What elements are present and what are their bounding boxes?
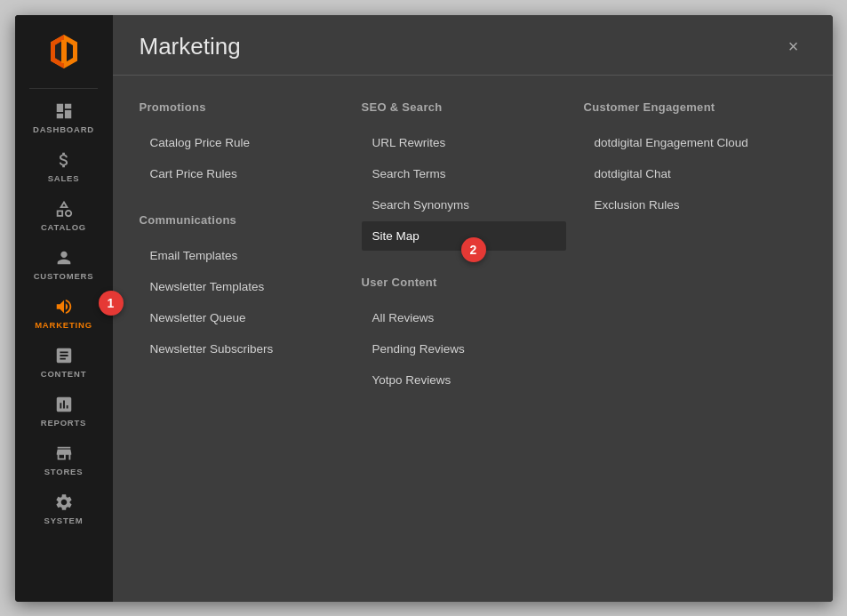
sidebar-item-stores-label: STORES (44, 467, 84, 476)
menu-columns: Promotions Catalog Price Rule Cart Price… (113, 76, 833, 602)
seo-search-title: SEO & Search (362, 100, 566, 114)
sidebar-item-customers[interactable]: CUSTOMERS (15, 239, 113, 288)
system-icon (54, 492, 74, 512)
annotation-2: 2 (461, 237, 486, 262)
menu-column-3: Customer Engagement dotdigital Engagemen… (584, 100, 806, 584)
sidebar-item-reports[interactable]: REPORTS (15, 386, 113, 435)
dotdigital-cloud-item[interactable]: dotdigital Engagement Cloud (584, 128, 788, 157)
user-content-title: User Content (362, 276, 566, 289)
dotdigital-chat-item[interactable]: dotdigital Chat (584, 159, 788, 188)
customer-engagement-title: Customer Engagement (584, 100, 788, 114)
catalog-icon (54, 199, 74, 219)
sidebar-divider-top (29, 88, 98, 89)
sidebar-item-catalog[interactable]: CATALOG (15, 190, 113, 239)
email-templates-item[interactable]: Email Templates (140, 241, 344, 270)
main-header: Marketing × (113, 15, 833, 76)
stores-icon (54, 444, 74, 463)
user-content-section: User Content All Reviews Pending Reviews… (362, 276, 566, 395)
communications-section: Communications Email Templates Newslette… (140, 213, 344, 364)
sidebar-item-dashboard[interactable]: DASHBOARD (15, 92, 113, 141)
menu-column-2: SEO & Search URL Rewrites Search Terms S… (362, 100, 584, 584)
sidebar-item-system[interactable]: SYSTEM (15, 484, 113, 532)
main-content: Marketing × Promotions Catalog Price Rul… (113, 15, 833, 602)
all-reviews-item[interactable]: All Reviews (362, 303, 566, 332)
dashboard-icon (54, 101, 74, 121)
marketing-icon (54, 297, 74, 316)
search-terms-item[interactable]: Search Terms (362, 159, 566, 188)
communications-title: Communications (140, 213, 344, 227)
magento-logo-icon (44, 31, 84, 72)
promotions-title: Promotions (140, 100, 344, 114)
newsletter-queue-item[interactable]: Newsletter Queue (140, 303, 344, 332)
sidebar-item-marketing[interactable]: MARKETING (15, 288, 113, 337)
sidebar-item-marketing-label: MARKETING (35, 320, 92, 330)
exclusion-rules-item[interactable]: Exclusion Rules (584, 190, 788, 220)
sidebar-item-content[interactable]: CONTENT (15, 337, 113, 386)
sales-icon (54, 150, 74, 170)
sidebar-item-dashboard-label: DASHBOARD (33, 124, 94, 134)
cart-price-rules-item[interactable]: Cart Price Rules (140, 159, 344, 188)
sidebar-item-sales[interactable]: SALES (15, 141, 113, 190)
content-icon (54, 346, 74, 365)
newsletter-subscribers-item[interactable]: Newsletter Subscribers (140, 334, 344, 364)
app-window: 1 2 DASHBOARD (15, 15, 833, 602)
promotions-section: Promotions Catalog Price Rule Cart Price… (140, 100, 344, 188)
logo (15, 15, 113, 88)
sidebar-item-catalog-label: CATALOG (41, 222, 86, 232)
sidebar-item-content-label: CONTENT (41, 369, 87, 379)
close-button[interactable]: × (781, 34, 806, 59)
newsletter-templates-item[interactable]: Newsletter Templates (140, 272, 344, 301)
sidebar-item-system-label: SYSTEM (44, 516, 84, 525)
svg-rect-4 (61, 40, 67, 63)
customer-engagement-section: Customer Engagement dotdigital Engagemen… (584, 100, 788, 220)
sidebar-item-customers-label: CUSTOMERS (34, 271, 94, 281)
sidebar-item-stores[interactable]: STORES (15, 435, 113, 484)
url-rewrites-item[interactable]: URL Rewrites (362, 128, 566, 157)
annotation-1: 1 (99, 291, 124, 316)
page-title: Marketing (140, 33, 241, 60)
yotpo-reviews-item[interactable]: Yotpo Reviews (362, 365, 566, 395)
sidebar-item-reports-label: REPORTS (41, 418, 87, 428)
seo-search-section: SEO & Search URL Rewrites Search Terms S… (362, 100, 566, 251)
search-synonyms-item[interactable]: Search Synonyms (362, 190, 566, 220)
pending-reviews-item[interactable]: Pending Reviews (362, 334, 566, 364)
reports-icon (54, 395, 74, 414)
customers-icon (54, 248, 74, 268)
catalog-price-rule-item[interactable]: Catalog Price Rule (140, 128, 344, 157)
menu-column-1: Promotions Catalog Price Rule Cart Price… (140, 100, 362, 584)
sidebar: DASHBOARD SALES CATALOG CUSTOMERS (15, 15, 113, 602)
sidebar-item-sales-label: SALES (48, 173, 80, 183)
